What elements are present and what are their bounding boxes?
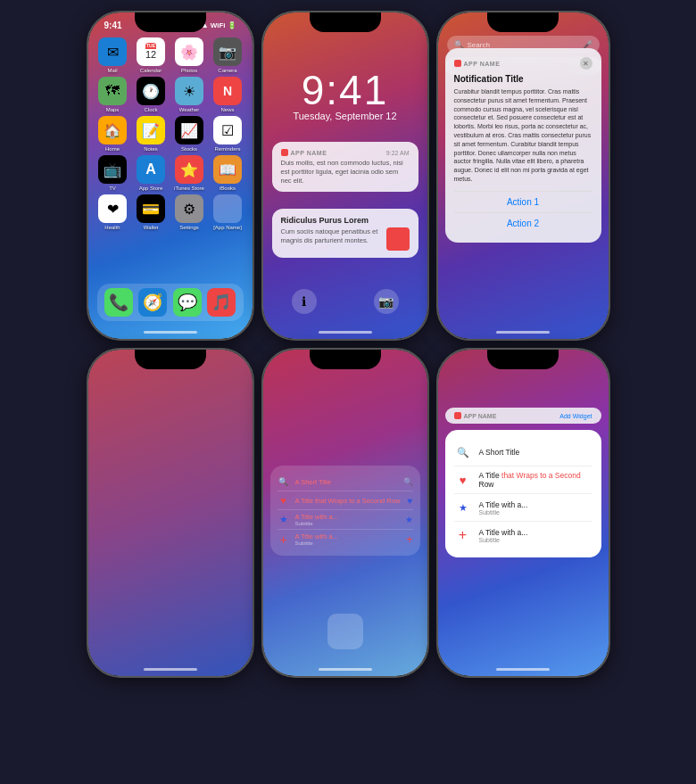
app-news[interactable]: N News xyxy=(211,77,245,112)
wl-plus-icon: + xyxy=(454,526,472,544)
widget-item-4[interactable]: + A Title with a... Subtitle + xyxy=(278,530,413,549)
notif-body-1: Duis mollis, est non commodo luctus, nis… xyxy=(281,159,410,185)
lock-time: 9:41 xyxy=(263,66,427,114)
homescreen2-screen xyxy=(88,350,253,676)
widget-app-dot xyxy=(454,412,461,419)
app-maps-icon: 🗺 xyxy=(98,77,127,105)
widget-star-icon: ★ xyxy=(278,514,290,526)
app-stocks[interactable]: 📈 Stocks xyxy=(172,116,207,152)
app-ibooks[interactable]: 📖 iBooks xyxy=(211,155,245,191)
notif-image-2 xyxy=(386,227,410,251)
app-home[interactable]: 🏠 Home xyxy=(95,116,130,152)
app-mail-icon: ✉ xyxy=(98,37,127,66)
notification-card-2[interactable]: Ridiculus Purus Lorem Cum sociis natoque… xyxy=(272,209,418,258)
notif-exp-header: APP NAME ✕ xyxy=(454,57,592,70)
widget-search-icon: 🔍 xyxy=(278,475,290,488)
app-news-label: News xyxy=(220,107,234,112)
home-indicator-lock xyxy=(319,331,372,334)
app-ibooks-icon: 📖 xyxy=(213,155,242,184)
app-itunes[interactable]: ⭐ iTunes Store xyxy=(172,155,207,191)
app-photos[interactable]: 🌸 Photos xyxy=(172,37,207,73)
app-camera-label: Camera xyxy=(218,68,236,73)
app-appstore-icon: A xyxy=(137,155,165,184)
app-clock[interactable]: 🕐 Clock xyxy=(134,77,169,112)
app-wallet[interactable]: 💳 Wallet xyxy=(134,194,169,230)
widget-item-3[interactable]: ★ A Title with a... Subtitle ★ xyxy=(278,510,413,530)
app-weather[interactable]: ☀ Weather xyxy=(172,77,207,112)
widget-large-item-4[interactable]: + A Title with a... Subtitle xyxy=(454,522,592,549)
app-calendar[interactable]: TUE 12 Calendar xyxy=(134,37,169,73)
dock-phone[interactable]: 📞 xyxy=(104,288,133,317)
widget-large-screen: APP NAME Add Widget 🔍 A Short Title ♥ A xyxy=(438,350,609,676)
notch-notif xyxy=(487,12,559,32)
widget-item-1[interactable]: 🔍 A Short Title 🔍 xyxy=(278,473,413,491)
wl-item-1-text: A Short Title xyxy=(479,448,520,457)
expanded-notification[interactable]: APP NAME ✕ Notification Title Curabitur … xyxy=(445,48,601,243)
app-appstore-label: App Store xyxy=(139,186,163,191)
notch-widget-small xyxy=(310,350,381,369)
widget-item-2[interactable]: ♥ A Title that Wraps to a Second Row ♥ xyxy=(278,491,413,510)
notif-action-2[interactable]: Action 2 xyxy=(454,212,592,234)
app-reminders-icon: ☑ xyxy=(213,116,242,144)
notch-widget-large xyxy=(487,350,559,369)
widget-item-3-subtitle: Subtitle xyxy=(295,521,400,526)
home-indicator xyxy=(144,331,197,334)
app-camera[interactable]: 📷 Camera xyxy=(211,37,245,73)
phone-homescreen: 9:41 ▲ WiFi 🔋 ✉ Mail TUE xyxy=(87,11,254,341)
notif-header-2: Ridiculus Purus Lorem xyxy=(281,216,410,225)
phone-lockscreen: 9:41 Tuesday, September 12 APP NAME 9:22… xyxy=(261,11,429,341)
app-calendar-label: Calendar xyxy=(140,68,162,73)
dock-safari[interactable]: 🧭 xyxy=(138,288,167,317)
battery-icon: 🔋 xyxy=(228,21,236,29)
app-itunes-label: iTunes Store xyxy=(174,186,204,191)
wifi-icon: WiFi xyxy=(211,21,226,29)
app-health[interactable]: ❤ Health xyxy=(95,194,130,230)
notif-title-2: Ridiculus Purus Lorem xyxy=(281,216,369,225)
lock-bottom-icons: ℹ 📷 xyxy=(263,289,427,314)
app-tv[interactable]: 📺 TV xyxy=(95,155,130,191)
notif-content-2: Cum sociis natoque penatibus et magnis d… xyxy=(281,227,410,251)
wl-heart-icon: ♥ xyxy=(454,471,472,489)
app-mail[interactable]: ✉ Mail xyxy=(95,37,130,73)
flashlight-icon[interactable]: ℹ xyxy=(292,289,317,314)
app-appstore[interactable]: A App Store xyxy=(134,155,169,191)
app-wallet-label: Wallet xyxy=(144,225,158,230)
widget-large-card: 🔍 A Short Title ♥ A Title that Wraps to … xyxy=(445,430,601,557)
app-news-icon: N xyxy=(213,77,242,105)
dock-music[interactable]: 🎵 xyxy=(207,288,236,317)
app-grid: ✉ Mail TUE 12 Calendar 🌸 Photos xyxy=(95,37,245,230)
close-button[interactable]: ✕ xyxy=(580,57,592,70)
notif-body-2: Cum sociis natoque penatibus et magnis d… xyxy=(281,227,381,245)
widget-large-item-2[interactable]: ♥ A Title that Wraps to a Second Row xyxy=(454,466,592,494)
widget-large-item-3[interactable]: ★ A Title with a... Subtitle xyxy=(454,494,592,522)
widget-app-name: APP NAME xyxy=(454,412,497,419)
notif-exp-body: Curabitur blandit tempus porttitor. Cras… xyxy=(454,87,592,184)
app-placeholder[interactable]: [App Name] xyxy=(211,194,245,230)
notif-action-1[interactable]: Action 1 xyxy=(454,191,592,212)
wl-item-4-subtitle: Subtitle xyxy=(479,537,528,543)
app-mail-label: Mail xyxy=(107,68,117,73)
app-clock-icon: 🕐 xyxy=(137,77,165,105)
app-calendar-icon: TUE 12 xyxy=(137,37,165,66)
app-reminders[interactable]: ☑ Reminders xyxy=(211,116,245,152)
wl-item-2-title: A Title that Wraps to a Second Row xyxy=(479,471,592,489)
app-notes[interactable]: 📝 Notes xyxy=(134,116,169,152)
wl-item-2-text: A Title that Wraps to a Second Row xyxy=(479,471,592,489)
app-health-label: Health xyxy=(104,225,120,230)
app-settings[interactable]: ⚙ Settings xyxy=(172,194,207,230)
widget-plus-right-icon: + xyxy=(406,533,412,546)
widget-search-right-icon: 🔍 xyxy=(403,477,413,486)
app-maps[interactable]: 🗺 Maps xyxy=(95,77,130,112)
camera-icon[interactable]: 📷 xyxy=(374,289,399,314)
phone-widget-small: 🔍 A Short Title 🔍 ♥ A Title that Wraps t… xyxy=(261,348,429,678)
notif-exp-title: Notification Title xyxy=(454,74,592,84)
widget-large-item-1[interactable]: 🔍 A Short Title xyxy=(454,439,592,466)
app-notes-label: Notes xyxy=(144,146,158,152)
notification-expanded-screen: 🔍 Search 🎤 APP NAME Show More APP NAME xyxy=(438,12,609,339)
wl-item-1-title: A Short Title xyxy=(479,448,520,457)
home-indicator-widget-small xyxy=(319,668,372,671)
add-widget-button[interactable]: Add Widget xyxy=(559,413,592,419)
dock-messages[interactable]: 💬 xyxy=(173,288,202,317)
notification-card-1[interactable]: APP NAME 9:22 AM Duis mollis, est non co… xyxy=(272,142,418,192)
app-settings-icon: ⚙ xyxy=(175,194,203,223)
